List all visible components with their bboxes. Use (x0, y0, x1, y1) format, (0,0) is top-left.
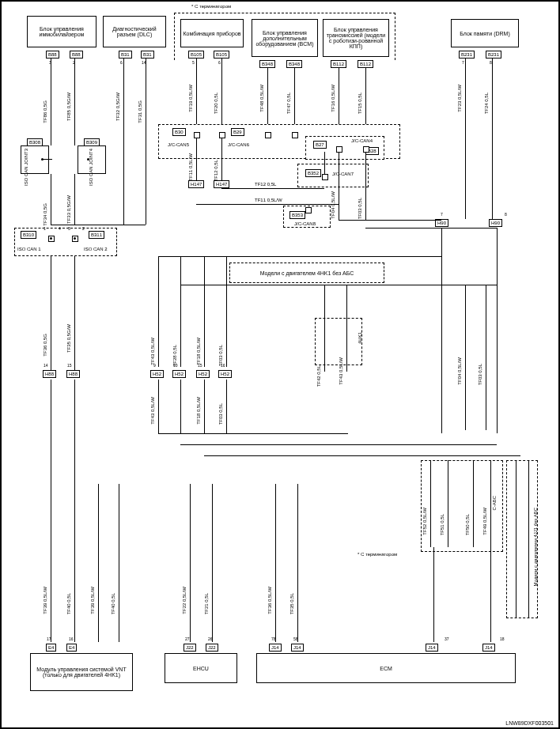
wire (51, 59, 51, 145)
pin-num: 9 (153, 363, 156, 368)
conn-h52c: H52 (196, 370, 210, 378)
wire-tf12h: TF12 0,5L (255, 182, 276, 187)
junction-dot (50, 237, 52, 240)
wire (180, 285, 497, 285)
pin-num: 27 (185, 636, 190, 641)
conn-b231a: B231 (459, 51, 475, 59)
wire-tf31: TF31 0,5G (138, 100, 142, 123)
wire (486, 285, 486, 430)
block-bcm: Блок управления дополнительным оборудова… (252, 19, 318, 57)
wire (528, 460, 529, 618)
pin-num: 16 (221, 363, 225, 368)
junction-sq (336, 146, 342, 153)
junction-sq (292, 132, 298, 138)
label-4jj1: Модели с двигателем 4JJ1 без АБС (533, 508, 538, 586)
pin-num: 2 (82, 226, 85, 231)
wire-tf34: TF34 0,5G (43, 203, 47, 226)
wire-tf48: TF48 0,5L/W (259, 85, 264, 112)
pin-num: 58 (293, 636, 298, 641)
block-diag: Диагностический разъем (DLC) (103, 16, 166, 47)
wire (497, 228, 498, 433)
wire (196, 204, 339, 205)
wire (473, 460, 474, 547)
conn-j22b: J22 (206, 644, 218, 652)
label-jc8: J/C-CAN8 (294, 221, 316, 226)
pin-num: 15 (198, 363, 202, 368)
wire (51, 484, 51, 642)
wire-tf43r: TF43 0,5L/W (339, 357, 343, 385)
wire (339, 220, 441, 221)
conn-b112b: B112 (358, 60, 373, 68)
block-cluster: Комбинация приборов (180, 19, 244, 47)
wire-tf15: TF15 0,5L (358, 93, 362, 114)
drawing-id: LNW89DXF003501 (505, 720, 554, 726)
block-vnt: Модуль управления системой VNT (только д… (30, 653, 133, 691)
wire-tf86: TF86 0,5G (43, 100, 47, 123)
wire-tf24: TF24 0,5L (484, 93, 489, 114)
wire (119, 484, 119, 642)
conn-b29: B29 (231, 128, 244, 136)
block-ecm: ECM (256, 653, 516, 683)
wire (51, 174, 51, 225)
wire-tf32: TF32 0,5G/W (115, 93, 120, 121)
wire (465, 59, 466, 219)
wire (339, 152, 339, 220)
label-4hk1: 4HK1 (358, 332, 362, 344)
label-iso4: ISO CAN JOINT4 (89, 149, 93, 186)
wire-tf11v: TF11 0,5L/W (188, 153, 193, 181)
wire (346, 285, 347, 372)
wire (74, 256, 75, 370)
wire (180, 256, 181, 367)
junction-sq (322, 174, 328, 180)
wire (180, 380, 181, 433)
block-immobilizer: Блок управления иммобилайзером (27, 16, 96, 47)
wire-tf11h: TF11 0,5L/W (255, 198, 282, 202)
wire (146, 59, 146, 225)
wire (221, 188, 324, 189)
wire (196, 138, 197, 180)
pin-num: 5 (192, 60, 195, 65)
conn-b105a: B105 (188, 51, 204, 59)
pin-num: 26 (208, 636, 213, 641)
wire (51, 256, 51, 370)
pin-num: 1 (44, 226, 46, 231)
wire-tf04r: TF04 0,5L/W (457, 357, 462, 385)
wire-tf50: TF50 0,5L (465, 514, 470, 535)
wire (221, 59, 222, 128)
wire-tf19: TF19 0,5L/W (188, 85, 193, 112)
conn-b88a: B88 (46, 51, 59, 59)
label-iso3: ISO CAN JOINT3 (24, 149, 28, 186)
pin-num: 15 (67, 363, 72, 368)
pin-num: 6 (218, 60, 221, 65)
pin-num: 7 (441, 212, 443, 217)
conn-e4a: E4 (46, 644, 56, 652)
conn-h52b: H52 (172, 370, 186, 378)
wire-tf23: TF23 0,5L/W (457, 85, 462, 112)
label-jc4: J/C-CAN4 (351, 138, 373, 143)
junction-dot (87, 158, 89, 161)
pin-num: 3 (68, 226, 70, 231)
wire (190, 484, 191, 642)
wire-tf47: TF47 0,5L (286, 93, 291, 114)
wire-tf03r: TF03 0,5L (478, 364, 482, 385)
wire (294, 68, 295, 128)
wire-tf40b: TF40 0,5L (111, 593, 115, 614)
wire (297, 484, 298, 642)
block-ehcu: EHCU (165, 653, 237, 683)
wire (226, 256, 227, 367)
conn-e4b: E4 (66, 644, 77, 652)
conn-j14d: J14 (482, 644, 495, 652)
conn-b88b: B88 (70, 51, 83, 59)
junction-sq (265, 132, 271, 138)
block-4hk1-no-abs: Модели с двигателем 4HK1 без АБС (229, 263, 384, 283)
conn-h52d: H52 (218, 370, 232, 378)
junction-sq (363, 146, 369, 153)
wire-tf52: TF52 0,5L/W (422, 508, 427, 535)
junction-sq (194, 132, 200, 138)
wire (339, 68, 339, 133)
wire (51, 380, 51, 485)
wire (441, 228, 442, 433)
wire (448, 460, 448, 547)
pin-num: 10 (173, 363, 178, 368)
wire (158, 380, 159, 433)
